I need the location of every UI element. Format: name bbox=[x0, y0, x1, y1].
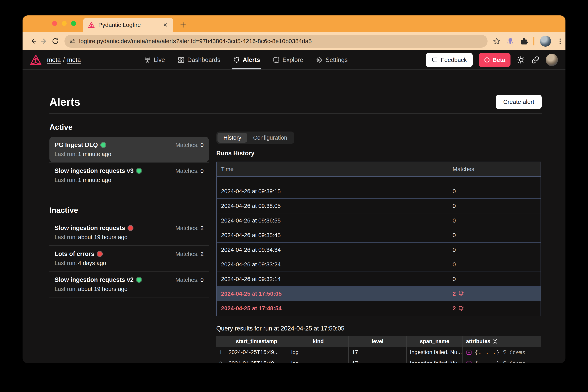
expand-attributes-icon[interactable] bbox=[466, 360, 472, 363]
url-bar[interactable]: logfire.pydantic.dev/meta/meta/alerts?al… bbox=[64, 34, 488, 48]
extension-cat-icon[interactable] bbox=[506, 37, 515, 45]
run-matches: 2 bbox=[453, 286, 465, 301]
alert-item-top: Slow ingestion requestsMatches:2 bbox=[54, 224, 204, 232]
share-link-icon[interactable] bbox=[531, 56, 540, 64]
query-col-rownum bbox=[216, 336, 225, 347]
query-cell-start-timestamp[interactable]: 2024-04-25T15:49... bbox=[225, 358, 288, 363]
browser-menu-icon[interactable] bbox=[557, 38, 564, 45]
new-tab-button[interactable] bbox=[179, 21, 187, 29]
alert-list-item[interactable]: Slow ingestion requestsMatches:2Last run… bbox=[49, 220, 209, 245]
alert-last-run-value: about 19 hours ago bbox=[78, 234, 127, 240]
app-navbar: meta / meta Live bbox=[22, 50, 566, 70]
create-alert-button[interactable]: Create alert bbox=[496, 95, 542, 109]
alert-matches: Matches:2 bbox=[175, 225, 204, 232]
nav-item-alerts[interactable]: Alerts bbox=[233, 50, 260, 70]
expand-attributes-icon[interactable] bbox=[466, 349, 472, 355]
alert-item-top: Lots of errorsMatches:2 bbox=[54, 250, 204, 258]
breadcrumb-project-link[interactable]: meta bbox=[67, 56, 81, 64]
alert-list-item[interactable]: Lots of errorsMatches:2Last run:4 days a… bbox=[49, 246, 209, 271]
alert-name: Lots of errors bbox=[54, 250, 94, 258]
runs-table-row[interactable]: 2024-04-26 at 09:34:340 bbox=[217, 243, 541, 257]
extensions-puzzle-icon[interactable] bbox=[520, 37, 528, 45]
bookmark-star-icon[interactable] bbox=[493, 37, 501, 45]
query-cell-level[interactable]: 17 bbox=[349, 358, 407, 363]
query-cell-attributes[interactable]: {. . .}5 items bbox=[463, 358, 541, 363]
runs-table-row[interactable]: 2024-04-26 at 09:36:550 bbox=[217, 214, 541, 228]
runs-col-matches: Matches bbox=[453, 162, 474, 176]
query-cell-span-name[interactable]: Ingestion failed. Nu... bbox=[407, 347, 463, 358]
run-matches-value: 0 bbox=[453, 243, 456, 257]
maximize-window-button[interactable] bbox=[71, 21, 76, 26]
minimize-window-button[interactable] bbox=[62, 21, 67, 26]
alert-last-run: Last run:about 19 hours ago bbox=[54, 286, 204, 292]
runs-table-row[interactable]: 2024-04-25 at 17:48:542 bbox=[217, 301, 541, 316]
tab-configuration[interactable]: Configuration bbox=[247, 133, 293, 142]
runs-table-row[interactable]: 2024-04-26 at 09:33:240 bbox=[217, 257, 541, 272]
runs-history-title: Runs History bbox=[216, 150, 541, 157]
alert-list-item[interactable]: PG Ingest DLQMatches:0Last run:1 minute … bbox=[49, 137, 209, 162]
nav-item-label: Dashboards bbox=[187, 56, 220, 64]
run-matches: 0 bbox=[453, 184, 456, 198]
nav-item-explore[interactable]: Explore bbox=[273, 50, 303, 70]
run-matches-value: 0 bbox=[453, 257, 456, 272]
nav-item-dashboards[interactable]: Dashboards bbox=[177, 50, 220, 70]
runs-table-row[interactable]: 2024-04-26 at 09:32:140 bbox=[217, 272, 541, 286]
query-results-title: Query results for run at 2024-04-25 at 1… bbox=[216, 325, 541, 332]
tune-icon[interactable] bbox=[69, 38, 75, 44]
forward-button[interactable] bbox=[39, 36, 50, 47]
breadcrumb-separator: / bbox=[63, 56, 65, 64]
query-cell-kind[interactable]: log bbox=[288, 358, 349, 363]
runs-table-row[interactable]: 2024-04-26 at 09:38:050 bbox=[217, 199, 541, 214]
speech-bubble-icon bbox=[432, 57, 438, 63]
alert-list-item[interactable]: Slow ingestion requests v3Matches:0Last … bbox=[49, 162, 209, 188]
toolbar-divider bbox=[534, 37, 535, 46]
query-cell-start-timestamp[interactable]: 2024-04-25T15:49... bbox=[225, 347, 288, 358]
query-col-attributes: attributes bbox=[463, 336, 541, 347]
nav-item-label: Settings bbox=[325, 56, 348, 64]
window-controls bbox=[52, 21, 76, 26]
page-content: Alerts Create alert Active PG Ingest DLQ… bbox=[49, 95, 542, 363]
alert-name: Slow ingestion requests v2 bbox=[54, 276, 134, 284]
query-cell-level[interactable]: 17 bbox=[349, 347, 407, 358]
query-cell-span-name[interactable]: Ingestion failed. Nu... bbox=[407, 358, 463, 363]
back-button[interactable] bbox=[28, 36, 39, 47]
runs-row-clipped[interactable]: 2024-04-26 at 09:40:25 0 bbox=[217, 176, 541, 184]
logfire-logo-icon[interactable] bbox=[30, 54, 41, 66]
alert-matches-value: 2 bbox=[200, 225, 204, 231]
status-ok-dot bbox=[137, 169, 141, 173]
browser-profile-avatar[interactable] bbox=[540, 36, 551, 47]
nav-item-label: Explore bbox=[282, 56, 303, 64]
alert-matches: Matches:0 bbox=[175, 142, 204, 148]
nav-item-settings[interactable]: Settings bbox=[316, 50, 348, 70]
tab-close-icon[interactable] bbox=[162, 22, 168, 28]
query-col-label: start_timestamp bbox=[225, 336, 288, 347]
query-cell-kind[interactable]: log bbox=[288, 347, 349, 358]
query-cell-attributes[interactable]: {. . .}5 items bbox=[463, 347, 541, 358]
browser-tab[interactable]: Pydantic Logfire bbox=[83, 18, 173, 32]
live-icon bbox=[144, 56, 151, 64]
close-window-button[interactable] bbox=[52, 21, 57, 26]
attributes-preview: {. . .} bbox=[475, 360, 500, 363]
run-time: 2024-04-26 at 09:38:05 bbox=[221, 199, 281, 213]
alerts-sidebar: Active PG Ingest DLQMatches:0Last run:1 … bbox=[49, 122, 209, 363]
runs-table-row[interactable]: 2024-04-26 at 09:35:450 bbox=[217, 228, 541, 243]
user-avatar[interactable] bbox=[546, 54, 558, 66]
run-time: 2024-04-26 at 09:36:55 bbox=[221, 214, 281, 228]
alert-matches-value: 0 bbox=[200, 168, 204, 174]
beta-label: Beta bbox=[493, 56, 505, 63]
dashboards-icon bbox=[177, 56, 185, 64]
runs-table-row[interactable]: 2024-04-26 at 09:39:150 bbox=[217, 184, 541, 199]
theme-sun-icon[interactable] bbox=[517, 56, 525, 64]
beta-button[interactable]: Beta bbox=[479, 53, 511, 67]
breadcrumb-org-link[interactable]: meta bbox=[47, 56, 61, 64]
collapse-columns-icon[interactable] bbox=[493, 339, 498, 344]
feedback-button[interactable]: Feedback bbox=[426, 53, 473, 67]
alert-matches: Matches:0 bbox=[175, 168, 204, 174]
alert-list-item[interactable]: Slow ingestion requests v2Matches:0Last … bbox=[49, 272, 209, 297]
reload-button[interactable] bbox=[50, 36, 61, 47]
tab-history[interactable]: History bbox=[217, 133, 247, 142]
nav-item-live[interactable]: Live bbox=[144, 50, 165, 70]
favicon-logfire-icon bbox=[88, 22, 95, 28]
runs-table-row[interactable]: 2024-04-25 at 17:50:052 bbox=[217, 286, 541, 301]
alert-last-run: Last run:about 19 hours ago bbox=[54, 234, 204, 240]
